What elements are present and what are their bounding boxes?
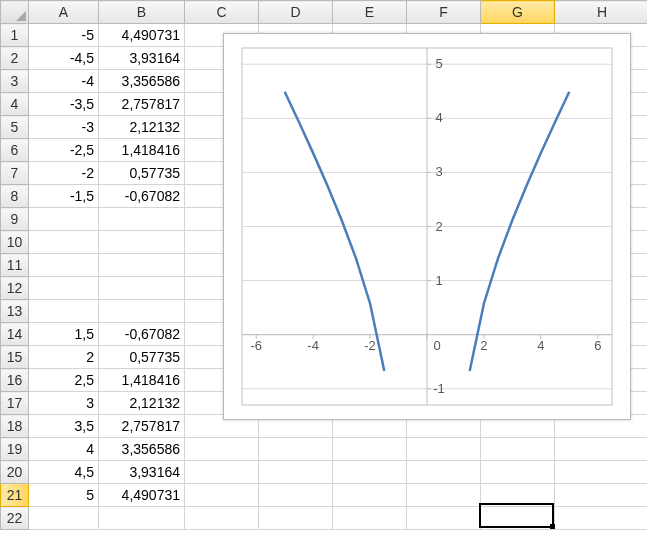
cell[interactable]: -5 bbox=[29, 24, 99, 47]
row-header[interactable]: 10 bbox=[1, 231, 29, 254]
column-header[interactable]: H bbox=[555, 1, 648, 24]
cell[interactable] bbox=[333, 507, 407, 530]
column-header[interactable]: F bbox=[407, 1, 481, 24]
cell[interactable] bbox=[259, 484, 333, 507]
cell[interactable] bbox=[29, 208, 99, 231]
row-header[interactable]: 4 bbox=[1, 93, 29, 116]
row-header[interactable]: 19 bbox=[1, 438, 29, 461]
cell[interactable]: -2,5 bbox=[29, 139, 99, 162]
cell[interactable]: -3 bbox=[29, 116, 99, 139]
column-header[interactable]: E bbox=[333, 1, 407, 24]
column-header[interactable]: D bbox=[259, 1, 333, 24]
cell[interactable] bbox=[185, 438, 259, 461]
cell[interactable]: 4,5 bbox=[29, 461, 99, 484]
column-header[interactable]: C bbox=[185, 1, 259, 24]
row-header[interactable]: 1 bbox=[1, 24, 29, 47]
cell[interactable] bbox=[29, 300, 99, 323]
cell[interactable] bbox=[99, 208, 185, 231]
cell[interactable]: -4 bbox=[29, 70, 99, 93]
cell[interactable] bbox=[99, 507, 185, 530]
row-header[interactable]: 18 bbox=[1, 415, 29, 438]
cell[interactable] bbox=[185, 507, 259, 530]
cell[interactable] bbox=[407, 461, 481, 484]
row-header[interactable]: 15 bbox=[1, 346, 29, 369]
cell[interactable]: 3,356586 bbox=[99, 438, 185, 461]
select-all-corner[interactable] bbox=[1, 1, 29, 24]
row-header[interactable]: 17 bbox=[1, 392, 29, 415]
cell[interactable]: 5 bbox=[29, 484, 99, 507]
cell[interactable]: 3,93164 bbox=[99, 47, 185, 70]
cell[interactable]: 2,12132 bbox=[99, 392, 185, 415]
cell[interactable]: -2 bbox=[29, 162, 99, 185]
row-header[interactable]: 22 bbox=[1, 507, 29, 530]
cell[interactable]: 1,418416 bbox=[99, 139, 185, 162]
row-header[interactable]: 9 bbox=[1, 208, 29, 231]
cell[interactable] bbox=[259, 507, 333, 530]
cell[interactable] bbox=[99, 277, 185, 300]
cell[interactable] bbox=[99, 254, 185, 277]
cell[interactable] bbox=[407, 484, 481, 507]
cell[interactable] bbox=[333, 484, 407, 507]
cell[interactable] bbox=[29, 507, 99, 530]
row-header[interactable]: 6 bbox=[1, 139, 29, 162]
cell[interactable]: -3,5 bbox=[29, 93, 99, 116]
cell[interactable]: 4,490731 bbox=[99, 24, 185, 47]
cell[interactable] bbox=[29, 277, 99, 300]
cell[interactable]: 2,5 bbox=[29, 369, 99, 392]
row-header[interactable]: 14 bbox=[1, 323, 29, 346]
cell[interactable] bbox=[407, 438, 481, 461]
cell[interactable]: 0,57735 bbox=[99, 346, 185, 369]
row-header[interactable]: 2 bbox=[1, 47, 29, 70]
cell[interactable]: 3,356586 bbox=[99, 70, 185, 93]
row-header[interactable]: 8 bbox=[1, 185, 29, 208]
cell[interactable]: 0,57735 bbox=[99, 162, 185, 185]
cell[interactable]: 4,490731 bbox=[99, 484, 185, 507]
cell[interactable]: -4,5 bbox=[29, 47, 99, 70]
cell[interactable] bbox=[555, 461, 648, 484]
cell[interactable] bbox=[99, 231, 185, 254]
cell[interactable]: 3,93164 bbox=[99, 461, 185, 484]
row-header[interactable]: 13 bbox=[1, 300, 29, 323]
row-header[interactable]: 12 bbox=[1, 277, 29, 300]
cell[interactable] bbox=[333, 461, 407, 484]
column-header[interactable]: A bbox=[29, 1, 99, 24]
cell[interactable]: 2,757817 bbox=[99, 93, 185, 116]
cell[interactable] bbox=[99, 300, 185, 323]
cell[interactable]: 1,418416 bbox=[99, 369, 185, 392]
cell[interactable] bbox=[333, 438, 407, 461]
row-header[interactable]: 16 bbox=[1, 369, 29, 392]
cell[interactable] bbox=[259, 461, 333, 484]
cell[interactable] bbox=[555, 507, 648, 530]
cell[interactable]: 2,757817 bbox=[99, 415, 185, 438]
row-header[interactable]: 11 bbox=[1, 254, 29, 277]
cell[interactable] bbox=[407, 507, 481, 530]
cell[interactable] bbox=[185, 484, 259, 507]
cell[interactable] bbox=[481, 461, 555, 484]
cell[interactable]: -0,67082 bbox=[99, 323, 185, 346]
cell[interactable] bbox=[185, 461, 259, 484]
cell[interactable] bbox=[259, 438, 333, 461]
cell[interactable]: 3 bbox=[29, 392, 99, 415]
cell[interactable]: 1,5 bbox=[29, 323, 99, 346]
cell[interactable] bbox=[481, 438, 555, 461]
column-header[interactable]: B bbox=[99, 1, 185, 24]
row-header[interactable]: 5 bbox=[1, 116, 29, 139]
cell[interactable]: -0,67082 bbox=[99, 185, 185, 208]
cell[interactable] bbox=[481, 484, 555, 507]
cell[interactable]: 2 bbox=[29, 346, 99, 369]
cell[interactable]: 3,5 bbox=[29, 415, 99, 438]
column-header[interactable]: G bbox=[481, 1, 555, 24]
row-header[interactable]: 20 bbox=[1, 461, 29, 484]
cell[interactable] bbox=[481, 507, 555, 530]
cell[interactable]: 4 bbox=[29, 438, 99, 461]
cell[interactable] bbox=[29, 254, 99, 277]
cell[interactable] bbox=[29, 231, 99, 254]
cell[interactable]: 2,12132 bbox=[99, 116, 185, 139]
cell[interactable]: -1,5 bbox=[29, 185, 99, 208]
row-header[interactable]: 21 bbox=[1, 484, 29, 507]
row-header[interactable]: 3 bbox=[1, 70, 29, 93]
cell[interactable] bbox=[555, 438, 648, 461]
embedded-chart[interactable]: -6-4-20246-112345 bbox=[223, 33, 631, 420]
cell[interactable] bbox=[555, 484, 648, 507]
row-header[interactable]: 7 bbox=[1, 162, 29, 185]
